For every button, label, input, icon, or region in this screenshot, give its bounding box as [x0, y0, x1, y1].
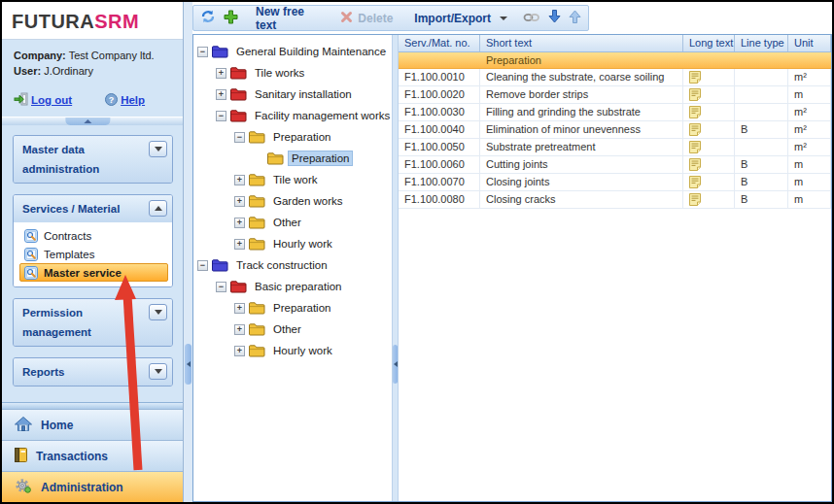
long-text-note-icon[interactable] [689, 109, 701, 120]
tree-node-preparation[interactable]: Preparation [193, 148, 392, 169]
chevron-down-icon [155, 147, 162, 151]
cell-long-text[interactable] [683, 121, 735, 138]
tree-table-splitter[interactable] [392, 35, 399, 501]
delete-button[interactable]: Delete [340, 11, 393, 26]
tree-node-other[interactable]: +Other [193, 319, 392, 340]
expand-plus-icon[interactable]: + [234, 175, 245, 185]
yellow-folder-icon [249, 174, 265, 186]
move-up-button[interactable] [569, 10, 581, 26]
table-header-short-text[interactable]: Short text [480, 35, 683, 51]
panel-toggle-button[interactable] [149, 141, 167, 157]
cell-long-text[interactable] [683, 191, 735, 208]
table-row[interactable]: F1.100.0030Filling and grinding the subs… [399, 104, 831, 121]
long-text-note-icon[interactable] [689, 91, 701, 103]
tree-node-track-construction[interactable]: −Track construction [193, 254, 392, 276]
tree-node-hourly-work[interactable]: +Hourly work [193, 233, 392, 254]
collapse-minus-icon[interactable]: − [216, 111, 226, 121]
table-row[interactable]: F1.100.0050Substrate pretreatmentm² [399, 139, 831, 156]
tree-node-general-building-maintenance[interactable]: −General Building Maintenance [193, 41, 392, 62]
tree-node-other[interactable]: +Other [193, 212, 392, 233]
sidebar-horizontal-splitter[interactable] [2, 117, 183, 125]
yellow-folder-icon [249, 345, 265, 357]
panel-header[interactable]: Reports [14, 358, 172, 386]
long-text-note-icon[interactable] [689, 74, 701, 85]
collapse-minus-icon[interactable]: − [234, 132, 245, 143]
tree-node-hourly-work[interactable]: +Hourly work [193, 340, 392, 361]
cell-long-text[interactable] [683, 69, 735, 85]
nav-resize-band[interactable] [2, 402, 183, 409]
long-text-note-icon[interactable] [689, 161, 701, 173]
nav-item-transactions[interactable]: Transactions [2, 440, 183, 471]
blue-folder-icon [212, 46, 228, 58]
tree-node-preparation[interactable]: −Preparation [193, 126, 392, 148]
expand-plus-icon[interactable]: + [234, 303, 245, 314]
expand-plus-icon[interactable]: + [234, 324, 245, 335]
panel-header[interactable]: Permission management [14, 299, 172, 346]
table-row[interactable]: F1.100.0010Cleaning the substrate, coars… [399, 69, 831, 86]
table-row[interactable]: F1.100.0070Closing jointsBm [399, 174, 831, 191]
panel-header[interactable]: Services / Material [14, 195, 172, 222]
help-link[interactable]: ?Help [105, 92, 145, 108]
chevron-down-icon [155, 369, 162, 374]
chevron-down-icon [155, 310, 162, 315]
table-row[interactable]: F1.100.0080Closing cracksBm [399, 191, 831, 209]
cell-line-type [735, 104, 788, 120]
nav-item-home[interactable]: Home [2, 409, 183, 440]
table-row[interactable]: F1.100.0060Cutting jointsBm [399, 156, 831, 174]
tree-node-tile-works[interactable]: +Tile works [193, 62, 392, 84]
panel-title: Permission management [22, 303, 131, 342]
refresh-button[interactable] [200, 10, 216, 26]
sidebar-collapse-strip[interactable] [184, 2, 192, 502]
tree-node-tile-work[interactable]: +Tile work [193, 169, 392, 190]
expand-plus-icon[interactable]: + [234, 218, 245, 228]
sidebar-item-master-service[interactable]: Master service [19, 263, 168, 282]
logout-link[interactable]: Log out [14, 92, 72, 108]
cell-long-text[interactable] [683, 156, 735, 173]
nav-item-administration[interactable]: Administration [2, 471, 183, 502]
collapse-minus-icon[interactable]: − [197, 47, 208, 57]
expand-plus-icon[interactable]: + [234, 196, 245, 207]
tree-collapse-handle[interactable] [393, 345, 398, 384]
sidebar-collapse-handle[interactable] [185, 344, 191, 385]
expand-plus-icon[interactable]: + [216, 68, 226, 79]
table-header-unit[interactable]: Unit [788, 35, 831, 51]
cell-long-text[interactable] [683, 86, 735, 103]
tree-node-sanitary-installation[interactable]: +Sanitary installation [193, 84, 392, 105]
sidebar-item-contracts[interactable]: Contracts [19, 226, 168, 245]
panel-toggle-button[interactable] [149, 304, 167, 320]
long-text-note-icon[interactable] [689, 144, 701, 155]
chain-icon [523, 12, 540, 25]
panel-header[interactable]: Master data administration [14, 136, 172, 183]
cell-long-text[interactable] [683, 139, 735, 155]
tree-node-garden-works[interactable]: +Garden works [193, 190, 392, 212]
panel-toggle-button[interactable] [149, 363, 167, 380]
sidebar-item-label: Contracts [44, 230, 91, 242]
new-free-text-button[interactable]: New free text [224, 5, 319, 32]
long-text-note-icon[interactable] [689, 126, 701, 138]
table-header-serv-mat-no[interactable]: Serv./Mat. no. [399, 35, 480, 51]
cell-long-text[interactable] [683, 174, 735, 190]
tree-node-label: General Building Maintenance [232, 44, 390, 59]
table-row[interactable]: F1.100.0020Remove border stripsm [399, 86, 831, 104]
collapse-minus-icon[interactable]: − [216, 282, 226, 292]
splitter-collapse-handle[interactable] [65, 118, 110, 125]
table-header-long-text[interactable]: Long text [683, 35, 735, 51]
table-row[interactable]: F1.100.0040Elimination of minor unevenne… [399, 121, 831, 139]
expand-plus-icon[interactable]: + [216, 89, 226, 100]
expand-plus-icon[interactable]: + [234, 346, 245, 356]
expand-plus-icon[interactable]: + [234, 239, 245, 250]
panel-toggle-button[interactable] [149, 200, 167, 217]
tree-node-preparation[interactable]: +Preparation [193, 297, 392, 319]
link-button[interactable] [523, 12, 540, 25]
move-down-button[interactable] [548, 10, 561, 26]
import-export-button[interactable]: Import/Export [414, 12, 507, 25]
sidebar-item-templates[interactable]: Templates [19, 245, 168, 263]
table-header-line-type[interactable]: Line type [735, 35, 788, 51]
long-text-note-icon[interactable] [689, 196, 701, 208]
tree-node-facility-management-works[interactable]: −Facility management works [193, 105, 392, 126]
collapse-minus-icon[interactable]: − [197, 260, 208, 271]
long-text-note-icon[interactable] [689, 179, 701, 190]
table-group-row[interactable]: Preparation [399, 52, 831, 69]
cell-long-text[interactable] [683, 104, 735, 120]
tree-node-basic-preparation[interactable]: −Basic preparation [193, 276, 392, 297]
